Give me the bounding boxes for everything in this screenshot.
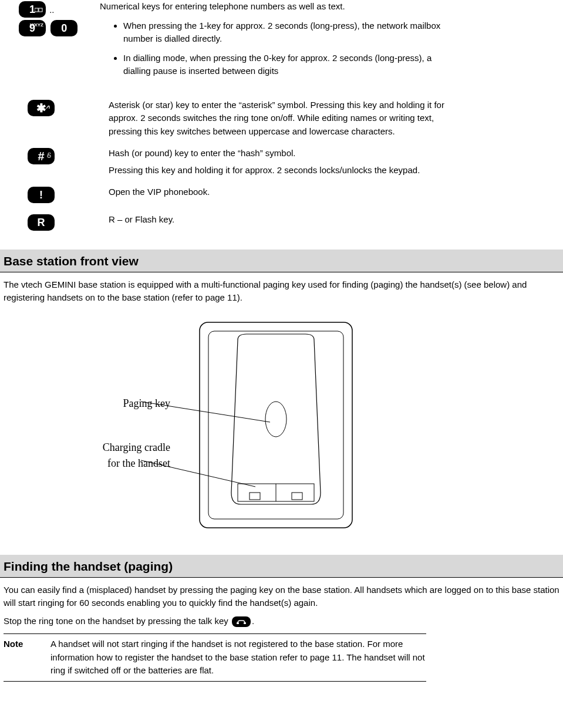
base-station-svg: [135, 316, 429, 534]
base-paragraph: The vtech GEMINI base station is equippe…: [4, 278, 559, 305]
paging-para-2: Stop the ring tone on the handset by pre…: [4, 615, 559, 628]
hash-text-2: Pressing this key and holding it for app…: [109, 164, 446, 177]
bullet-item: In dialling mode, when pressing the 0-ke…: [123, 52, 446, 78]
bullet-item: When pressing the 1-key for approx. 2 se…: [123, 19, 446, 46]
icon-column: !: [0, 186, 109, 204]
text-column: Open the VIP phonebook.: [109, 186, 563, 199]
svg-rect-2: [48, 155, 50, 157]
svg-rect-12: [237, 622, 239, 624]
note-text: A handset will not start ringing if the …: [50, 638, 426, 678]
r-key-icon: R: [28, 214, 55, 231]
vip-text: Open the VIP phonebook.: [109, 186, 446, 199]
key-1-icon: 1: [19, 1, 46, 18]
hash-key-icon: #: [28, 148, 55, 164]
diagram-label-paging: Paging key: [59, 396, 170, 412]
key-9-icon: 9 WXYZ: [19, 20, 46, 36]
svg-rect-10: [250, 493, 260, 500]
paging-para-1: You can easily find a (misplaced) handse…: [4, 584, 559, 610]
icon-column: 1 .. 9 WXYZ 0: [0, 0, 100, 38]
text-column: Asterisk (or star) key to enter the “ast…: [109, 99, 563, 139]
key-row-hash: # Hash (or pound) key to enter the “hash…: [0, 147, 563, 177]
diagram-label-cradle: Charging cradle for the handset: [59, 440, 170, 471]
key-0-icon: 0: [50, 20, 77, 36]
text-column: Numerical keys for entering telephone nu…: [100, 0, 563, 84]
svg-rect-0: [35, 8, 38, 12]
key-row-numeric: 1 .. 9 WXYZ 0 Numerical keys for enterin…: [0, 0, 563, 84]
note-box: Note A handset will not start ringing if…: [4, 633, 426, 682]
key-row-vip: ! Open the VIP phonebook.: [0, 186, 563, 204]
text-column: Hash (or pound) key to enter the “hash” …: [109, 147, 563, 177]
svg-rect-13: [244, 622, 246, 624]
talk-key-icon: [232, 616, 251, 627]
star-key-icon: ✱: [28, 100, 55, 116]
exclamation-key-icon: !: [28, 187, 55, 203]
base-station-diagram: Paging key Charging cradle for the hands…: [0, 316, 563, 538]
star-text: Asterisk (or star) key to enter the “ast…: [109, 99, 446, 139]
r-text: R – or Flash key.: [109, 213, 446, 227]
key-row-r: R R – or Flash key.: [0, 213, 563, 232]
heading-base-station: Base station front view: [0, 250, 563, 272]
svg-point-7: [265, 402, 286, 437]
svg-rect-11: [292, 493, 302, 500]
heading-paging: Finding the handset (paging): [0, 555, 563, 578]
numeric-bullets: When pressing the 1-key for approx. 2 se…: [100, 19, 446, 78]
hash-text-1: Hash (or pound) key to enter the “hash” …: [109, 147, 446, 160]
svg-rect-1: [39, 8, 42, 12]
numeric-intro: Numerical keys for entering telephone nu…: [100, 0, 446, 14]
icon-column: R: [0, 213, 109, 232]
text-column: R – or Flash key.: [109, 213, 563, 227]
icon-column: ✱: [0, 99, 109, 117]
note-label: Note: [4, 638, 50, 678]
key-row-star: ✱ Asterisk (or star) key to enter the “a…: [0, 99, 563, 139]
icon-column: #: [0, 147, 109, 166]
